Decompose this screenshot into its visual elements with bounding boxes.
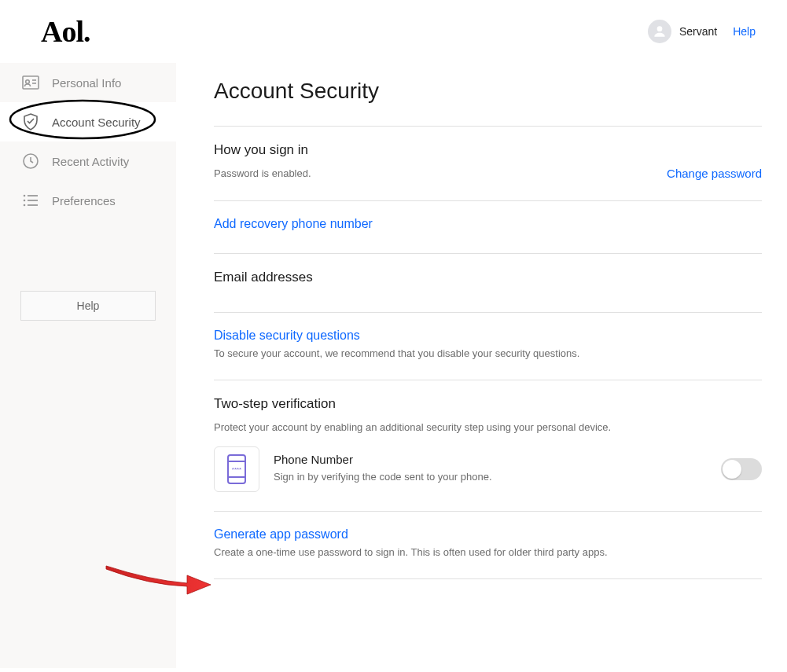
svg-point-2: [26, 80, 30, 84]
add-recovery-phone-link[interactable]: Add recovery phone number: [214, 217, 762, 231]
list-icon: [22, 192, 39, 209]
toggle-knob: [723, 460, 741, 479]
two-step-desc: Protect your account by enabling an addi…: [214, 420, 762, 435]
aol-logo[interactable]: Aol.: [41, 14, 90, 49]
phone-number-desc: Sign in by verifying the code sent to yo…: [274, 469, 492, 485]
sidebar-item-label: Preferences: [52, 194, 116, 207]
sidebar-item-recent-activity[interactable]: Recent Activity: [0, 141, 176, 181]
page-header: Aol. Servant Help: [0, 0, 787, 63]
disable-security-questions-link[interactable]: Disable security questions: [214, 329, 762, 343]
avatar-icon: [648, 20, 671, 43]
phone-number-label: Phone Number: [274, 453, 492, 466]
sidebar-item-account-security[interactable]: Account Security: [0, 102, 176, 141]
phone-device-icon: ****: [214, 446, 259, 492]
section-recovery: Add recovery phone number: [214, 200, 762, 253]
security-questions-desc: To secure your account, we recommend tha…: [214, 346, 762, 362]
section-two-step: Two-step verification Protect your accou…: [214, 380, 762, 511]
username-label: Servant: [679, 25, 717, 38]
section-app-password: Generate app password Create a one-time …: [214, 511, 762, 579]
generate-app-password-link[interactable]: Generate app password: [214, 527, 762, 542]
svg-point-0: [657, 26, 663, 31]
sidebar-item-preferences[interactable]: Preferences: [0, 181, 176, 220]
sidebar-item-label: Recent Activity: [52, 155, 129, 168]
help-link[interactable]: Help: [733, 25, 756, 38]
svg-point-11: [24, 204, 26, 207]
section-security-questions: Disable security questions To secure you…: [214, 312, 762, 380]
two-step-toggle[interactable]: [721, 458, 762, 480]
clock-icon: [22, 152, 39, 170]
shield-icon: [22, 113, 39, 130]
sidebar: Personal Info Account Security Recent Ac…: [0, 63, 176, 668]
svg-point-7: [24, 195, 26, 197]
svg-rect-1: [23, 76, 39, 89]
sidebar-item-label: Account Security: [52, 116, 141, 129]
user-menu[interactable]: Servant: [648, 20, 717, 43]
sidebar-help-button[interactable]: Help: [20, 291, 156, 321]
svg-text:****: ****: [232, 466, 241, 473]
section-email-addresses: Email addresses: [214, 253, 762, 312]
change-password-link[interactable]: Change password: [667, 167, 762, 180]
id-card-icon: [22, 74, 39, 91]
svg-point-9: [24, 200, 26, 202]
email-addresses-heading: Email addresses: [214, 270, 762, 285]
password-status: Password is enabled.: [214, 166, 667, 182]
sidebar-item-personal-info[interactable]: Personal Info: [0, 63, 176, 102]
two-step-heading: Two-step verification: [214, 396, 762, 412]
section-sign-in: How you sign in Password is enabled. Cha…: [214, 126, 762, 200]
sidebar-item-label: Personal Info: [52, 76, 121, 90]
sign-in-heading: How you sign in: [214, 142, 762, 158]
page-title: Account Security: [214, 79, 762, 104]
main-content: Account Security How you sign in Passwor…: [176, 63, 787, 668]
app-password-desc: Create a one-time use password to sign i…: [214, 545, 762, 560]
